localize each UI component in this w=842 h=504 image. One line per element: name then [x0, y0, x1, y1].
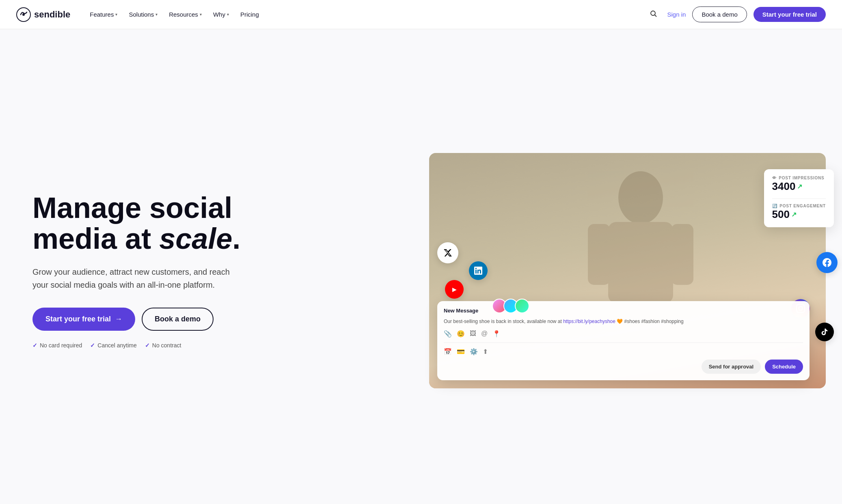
- linkedin-icon: [469, 261, 488, 280]
- check-icon: ✓: [32, 342, 37, 349]
- start-trial-hero-button[interactable]: Start your free trial →: [32, 308, 135, 331]
- location-icon[interactable]: 📍: [492, 330, 501, 338]
- hero-section: Manage social media at scale. Grow your …: [0, 29, 842, 504]
- nav-solutions[interactable]: Solutions ▾: [124, 8, 162, 21]
- nav-resources[interactable]: Resources ▾: [164, 8, 207, 21]
- trust-no-contract: ✓ No contract: [145, 342, 181, 349]
- stats-card: 👁 POST IMPRESSIONS 3400 ↗ 🔄 POST ENGAGEM…: [764, 169, 834, 227]
- message-action-buttons: Send for approval Schedule: [444, 360, 803, 374]
- eye-icon: 👁: [772, 176, 777, 180]
- book-demo-hero-button[interactable]: Book a demo: [142, 308, 214, 331]
- nav-right: Sign in Book a demo Start your free tria…: [646, 6, 826, 22]
- message-body: Our best-selling shoe is back in stock, …: [444, 318, 803, 325]
- svg-point-1: [22, 13, 25, 16]
- hero-title: Manage social media at scale.: [32, 193, 268, 254]
- post-engagement-row: 🔄 POST ENGAGEMENT 500 ↗: [772, 204, 826, 221]
- svg-point-3: [618, 171, 663, 224]
- send-for-approval-button[interactable]: Send for approval: [702, 360, 761, 374]
- hero-subtitle: Grow your audience, attract new customer…: [32, 265, 244, 291]
- tiktok-icon: [815, 323, 834, 341]
- start-trial-nav-button[interactable]: Start your free trial: [753, 7, 826, 22]
- nav-left: sendible Features ▾ Solutions ▾ Resource…: [16, 7, 264, 22]
- image-icon[interactable]: 🖼: [470, 330, 476, 338]
- post-impressions-row: 👁 POST IMPRESSIONS 3400 ↗: [772, 176, 826, 193]
- brand-name: sendible: [34, 9, 70, 20]
- stats-divider: [772, 198, 826, 199]
- youtube-icon: ▶: [445, 280, 464, 299]
- person-silhouette: [576, 161, 706, 315]
- check-icon: ✓: [145, 342, 150, 349]
- trust-badges: ✓ No card required ✓ Cancel anytime ✓ No…: [32, 342, 268, 349]
- credit-card-icon[interactable]: 💳: [457, 348, 465, 355]
- search-button[interactable]: [646, 6, 661, 22]
- message-format-toolbar: 📎 😊 🖼 @ 📍: [444, 330, 803, 338]
- trust-no-card: ✓ No card required: [32, 342, 82, 349]
- svg-rect-5: [588, 224, 610, 285]
- hero-right: 👁 POST IMPRESSIONS 3400 ↗ 🔄 POST ENGAGEM…: [429, 153, 826, 388]
- search-icon: [650, 10, 658, 18]
- hero-left: Manage social media at scale. Grow your …: [32, 193, 268, 349]
- avatar: [515, 299, 529, 313]
- chevron-down-icon: ▾: [227, 12, 229, 17]
- svg-rect-6: [671, 224, 693, 285]
- svg-rect-4: [608, 222, 673, 303]
- settings-icon[interactable]: ⚙️: [470, 348, 478, 355]
- chevron-down-icon: ▾: [200, 12, 202, 17]
- twitter-x-icon: [437, 242, 458, 263]
- hero-buttons: Start your free trial → Book a demo: [32, 308, 268, 331]
- navbar: sendible Features ▾ Solutions ▾ Resource…: [0, 0, 842, 29]
- facebook-icon: [816, 252, 838, 273]
- sign-in-button[interactable]: Sign in: [667, 11, 686, 18]
- nav-links: Features ▾ Solutions ▾ Resources ▾ Why ▾…: [85, 8, 263, 21]
- logo[interactable]: sendible: [16, 7, 70, 22]
- message-link: https://bit.ly/peachyshoe: [563, 319, 615, 324]
- svg-point-2: [651, 11, 655, 15]
- arrow-right-icon: →: [115, 315, 122, 323]
- schedule-button[interactable]: Schedule: [765, 360, 803, 374]
- collaborators-avatars: [492, 299, 529, 313]
- engagement-icon: 🔄: [772, 204, 777, 208]
- chevron-down-icon: ▾: [115, 12, 117, 17]
- trending-up-icon: ↗: [791, 211, 797, 218]
- chevron-down-icon: ▾: [155, 12, 158, 17]
- check-icon: ✓: [90, 342, 95, 349]
- share-icon[interactable]: ⬆: [483, 348, 488, 355]
- message-bottom-toolbar: 📅 💳 ⚙️ ⬆: [444, 348, 803, 355]
- attach-icon[interactable]: 📎: [444, 330, 452, 338]
- nav-pricing[interactable]: Pricing: [235, 8, 264, 21]
- trust-cancel: ✓ Cancel anytime: [90, 342, 137, 349]
- nav-why[interactable]: Why ▾: [208, 8, 234, 21]
- emoji-icon[interactable]: 😊: [457, 330, 465, 338]
- at-icon[interactable]: @: [481, 330, 488, 338]
- message-divider: [444, 342, 803, 343]
- calendar-icon[interactable]: 📅: [444, 348, 452, 355]
- trending-up-icon: ↗: [797, 183, 802, 190]
- book-demo-nav-button[interactable]: Book a demo: [692, 6, 747, 22]
- nav-features[interactable]: Features ▾: [85, 8, 122, 21]
